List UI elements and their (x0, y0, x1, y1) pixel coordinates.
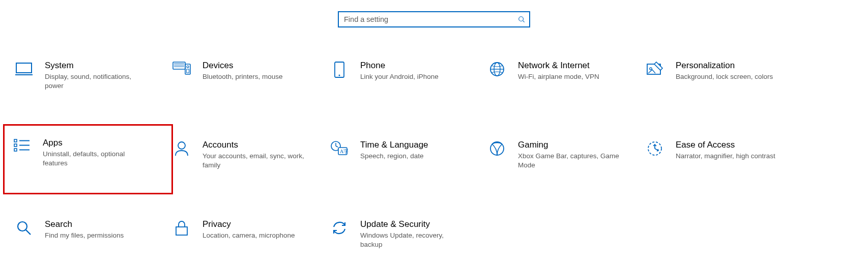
tile-desc: Background, lock screen, colors (676, 72, 773, 81)
gaming-icon (484, 139, 510, 157)
tile-desc: Speech, region, date (360, 152, 428, 161)
svg-point-17 (650, 68, 652, 70)
tile-system[interactable]: System Display, sound, notifications, po… (9, 58, 167, 102)
tile-phone[interactable]: Phone Link your Android, iPhone (325, 58, 482, 102)
tile-search[interactable]: Search Find my files, permissions (9, 217, 167, 260)
tile-accounts[interactable]: Accounts Your accounts, email, sync, wor… (167, 137, 325, 181)
tile-desc: Your accounts, email, sync, work, family (202, 152, 304, 170)
globe-icon (484, 60, 510, 77)
search-category-icon (11, 219, 37, 236)
svg-line-27 (336, 146, 338, 147)
tile-desc: Xbox Game Bar, captures, Game Mode (518, 152, 620, 170)
svg-point-9 (187, 66, 189, 68)
svg-text:A字: A字 (340, 149, 349, 154)
svg-rect-36 (176, 227, 187, 235)
tile-desc: Bluetooth, printers, mouse (202, 72, 283, 81)
search-box[interactable] (338, 11, 530, 27)
tile-desc: Display, sound, notifications, power (45, 72, 147, 91)
tile-title: Phone (360, 60, 439, 71)
tile-update-security[interactable]: Update & Security Windows Update, recove… (325, 217, 482, 260)
tile-title: Personalization (676, 60, 773, 71)
time-language-icon: A字 (327, 139, 352, 157)
tile-desc: Location, camera, microphone (202, 231, 295, 240)
svg-rect-20 (14, 149, 17, 151)
svg-rect-19 (14, 144, 17, 147)
tile-apps[interactable]: Apps Uninstall, defaults, optional featu… (4, 125, 172, 193)
tile-title: Update & Security (360, 219, 462, 230)
svg-rect-2 (16, 63, 32, 73)
personalization-icon (642, 60, 668, 76)
svg-rect-10 (187, 69, 189, 73)
svg-rect-18 (14, 139, 17, 142)
tile-title: System (45, 60, 147, 71)
svg-line-1 (523, 21, 525, 22)
tile-desc: Link your Android, iPhone (360, 72, 439, 81)
svg-rect-4 (173, 62, 185, 69)
svg-line-35 (26, 230, 31, 235)
tile-privacy[interactable]: Privacy Location, camera, microphone (167, 217, 325, 260)
tile-title: Network & Internet (518, 60, 599, 71)
tile-desc: Wi-Fi, airplane mode, VPN (518, 72, 599, 81)
tile-title: Apps (43, 137, 144, 149)
svg-point-12 (339, 75, 340, 76)
devices-icon (169, 60, 194, 75)
tile-devices[interactable]: Devices Bluetooth, printers, mouse (167, 58, 325, 102)
tile-desc: Windows Update, recovery, backup (360, 231, 462, 249)
tile-title: Privacy (202, 219, 295, 230)
tile-title: Gaming (518, 139, 620, 151)
apps-icon (9, 137, 35, 152)
tile-title: Accounts (202, 139, 304, 151)
svg-point-34 (18, 222, 27, 231)
svg-point-24 (178, 142, 185, 149)
system-icon (11, 60, 37, 76)
tile-title: Devices (202, 60, 283, 71)
tile-desc: Uninstall, defaults, optional features (43, 150, 144, 168)
tile-title: Time & Language (360, 139, 428, 151)
search-icon (518, 16, 525, 23)
tile-network[interactable]: Network & Internet Wi-Fi, airplane mode,… (482, 58, 640, 102)
update-icon (327, 219, 352, 236)
ease-of-access-icon (642, 139, 668, 157)
tile-title: Search (45, 219, 124, 230)
phone-icon (327, 60, 352, 78)
svg-point-0 (519, 17, 524, 21)
lock-icon (169, 219, 194, 236)
tile-personalization[interactable]: Personalization Background, lock screen,… (640, 58, 798, 102)
settings-grid: System Display, sound, notifications, po… (0, 27, 868, 260)
accounts-icon (169, 139, 194, 157)
tile-time-language[interactable]: A字 Time & Language Speech, region, date (325, 137, 482, 181)
tile-title: Ease of Access (676, 139, 775, 151)
tile-ease-of-access[interactable]: Ease of Access Narrator, magnifier, high… (640, 137, 798, 181)
tile-gaming[interactable]: Gaming Xbox Game Bar, captures, Game Mod… (482, 137, 640, 181)
search-input[interactable] (343, 15, 518, 24)
tile-desc: Narrator, magnifier, high contrast (676, 152, 775, 161)
tile-desc: Find my files, permissions (45, 231, 124, 240)
